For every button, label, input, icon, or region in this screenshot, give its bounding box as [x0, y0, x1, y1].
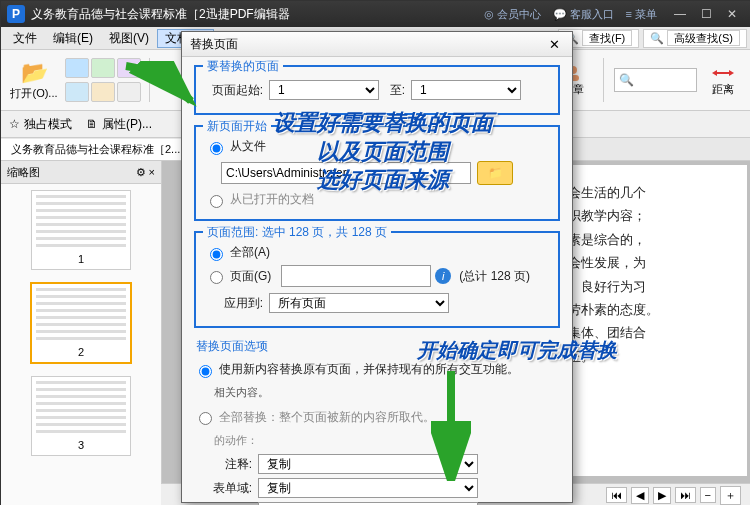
menu-edit[interactable]: 编辑(E) [45, 30, 101, 47]
thumbnail-1[interactable]: 1 [31, 190, 131, 270]
page-range-group: 页面范围: 选中 128 页，共 128 页 全部(A) 页面(G) i (总计… [194, 231, 560, 328]
feedback-link[interactable]: 💬 客服入口 [553, 7, 614, 22]
member-link[interactable]: ◎ 会员中心 [484, 7, 541, 22]
to-label: 至: [385, 82, 405, 99]
folder-icon: 📁 [488, 166, 503, 180]
window-title: 义务教育品德与社会课程标准［2迅捷PDF编辑器 [31, 6, 484, 23]
menu-link[interactable]: ≡ 菜单 [626, 7, 657, 22]
dialog-title: 替换页面 [190, 36, 544, 53]
folder-icon: 📂 [21, 60, 48, 86]
distance-tool[interactable]: 距离 [703, 60, 743, 100]
distance-icon [712, 64, 734, 82]
adv-find-button[interactable]: 🔍 高级查找(S) [643, 29, 747, 48]
tb-icon[interactable] [117, 82, 141, 102]
from-open-radio[interactable] [210, 195, 223, 208]
nav-next[interactable]: ▶ [653, 487, 671, 504]
from-file-radio[interactable] [210, 142, 223, 155]
new-page-group: 新页面开始 从文件 📁 从已打开的文档 [194, 125, 560, 221]
to-select[interactable]: 1 [411, 80, 521, 100]
svg-marker-3 [712, 70, 717, 76]
info-icon[interactable]: i [435, 268, 451, 284]
form-label: 表单域: [194, 480, 252, 497]
menu-file[interactable]: 文件 [5, 30, 45, 47]
pages-to-replace-group: 要替换的页面 页面起始: 1 至: 1 [194, 65, 560, 115]
browse-button[interactable]: 📁 [477, 161, 513, 185]
pages-radio[interactable] [210, 271, 223, 284]
dialog-close-icon[interactable]: ✕ [544, 37, 564, 52]
replace-all-radio[interactable] [199, 412, 212, 425]
apply-select[interactable]: 所有页面 [269, 293, 449, 313]
app-logo: P [7, 5, 25, 23]
toolbar-small-icons [65, 58, 139, 102]
options-legend: 替换页面选项 [196, 338, 560, 355]
pages-input[interactable] [281, 265, 431, 287]
panel-title: 缩略图 [7, 165, 40, 180]
panel-close-icon[interactable]: × [149, 166, 155, 178]
document-tab[interactable]: 义务教育品德与社会课程标准［2...× [1, 139, 204, 160]
open-button[interactable]: 📂 打开(O)... [9, 55, 59, 105]
form-select[interactable]: 复制 [258, 478, 478, 498]
panel-opts-icon[interactable]: ⚙ [136, 166, 146, 178]
search-input[interactable] [634, 70, 692, 90]
replace-content-radio[interactable] [199, 365, 212, 378]
tb-icon[interactable] [65, 82, 89, 102]
tb-icon[interactable] [91, 82, 115, 102]
page-content: 社会生活的几个 组织教学内容； 要素是综合的， 社会性发展，为 心、良好行为习 … [543, 165, 747, 476]
nav-first[interactable]: ⏮ [606, 487, 627, 503]
thumbnail-3[interactable]: 3 [31, 376, 131, 456]
search-box[interactable]: 🔍 [614, 68, 697, 92]
nav-last[interactable]: ⏭ [675, 487, 696, 503]
nav-prev[interactable]: ◀ [631, 487, 649, 504]
thumbnail-panel: 缩略图 ⚙ × 1 2 3 [1, 161, 162, 505]
min-button[interactable]: — [667, 4, 693, 24]
exclusive-mode[interactable]: ☆ 独占模式 [9, 116, 72, 133]
search-icon: 🔍 [619, 73, 634, 87]
apply-label: 应用到: [205, 295, 263, 312]
titlebar: P 义务教育品德与社会课程标准［2迅捷PDF编辑器 ◎ 会员中心 💬 客服入口 … [1, 1, 750, 27]
close-button[interactable]: ✕ [719, 4, 745, 24]
tb-icon[interactable] [117, 58, 141, 78]
zoom-in[interactable]: ＋ [720, 486, 741, 505]
from-label: 页面起始: [205, 82, 263, 99]
tb-icon[interactable] [65, 58, 89, 78]
svg-marker-4 [729, 70, 734, 76]
menu-view[interactable]: 视图(V) [101, 30, 157, 47]
zoom-out[interactable]: − [700, 487, 716, 503]
properties[interactable]: 🗎 属性(P)... [86, 116, 152, 133]
replace-pages-dialog: 替换页面 ✕ 要替换的页面 页面起始: 1 至: 1 新页面开始 从文件 📁 从… [181, 31, 573, 503]
file-path-input[interactable] [221, 162, 471, 184]
tb-icon[interactable] [91, 58, 115, 78]
from-select[interactable]: 1 [269, 80, 379, 100]
thumbnail-2[interactable]: 2 [30, 282, 132, 364]
annotation-select[interactable]: 复制 [258, 454, 478, 474]
all-pages-radio[interactable] [210, 248, 223, 261]
max-button[interactable]: ☐ [693, 4, 719, 24]
annotation-label: 注释: [194, 456, 252, 473]
